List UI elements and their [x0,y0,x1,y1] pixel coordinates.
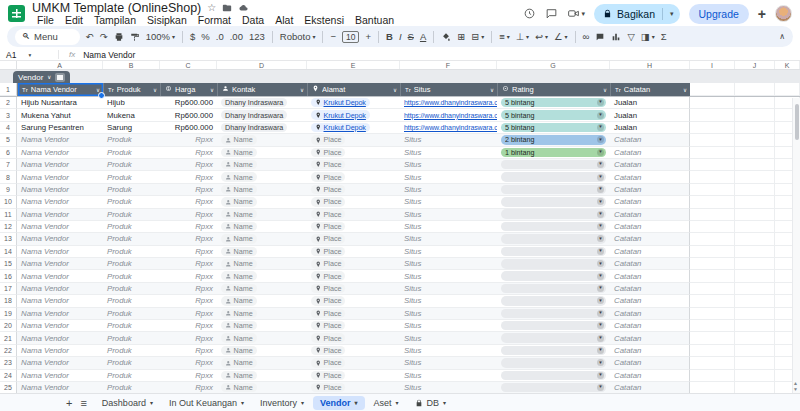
cell-harga[interactable]: Rpxx [160,308,217,320]
cell-alamat[interactable]: Place [307,159,400,171]
cell-catatan[interactable]: Catatan [610,258,690,270]
table-column-header-catatan[interactable]: TrCatatan∨ [610,83,690,96]
rating-dropdown[interactable]: ▼ [501,296,606,306]
empty-cell[interactable] [690,246,735,258]
cell-alamat[interactable]: Place [307,332,400,344]
cell-harga[interactable]: Rpxx [160,382,217,393]
scroll-arrows[interactable]: ▲▼ [792,380,800,392]
cell-catatan[interactable]: Catatan [610,246,690,258]
row-header[interactable]: 21 [0,332,17,344]
cell-situs[interactable]: Situs [400,246,497,258]
person-chip-placeholder[interactable]: Name [221,160,257,170]
cell-catatan[interactable]: Catatan [610,270,690,282]
empty-cell[interactable] [735,283,775,295]
empty-cell[interactable] [690,97,735,109]
cell-produk[interactable]: Produk [103,332,160,344]
column-header-J[interactable]: J [735,61,775,69]
dropdown-arrow-icon[interactable]: ▼ [597,223,604,230]
place-chip[interactable]: Krukut Depok [311,98,370,108]
print-button[interactable] [114,32,124,42]
cell-alamat[interactable]: Place [307,196,400,208]
empty-cell[interactable] [735,109,775,121]
website-link[interactable]: https://www.dhanyindraswara.com/ [404,124,497,131]
empty-cell[interactable] [735,83,775,96]
person-chip-placeholder[interactable]: Name [221,321,257,331]
person-chip-placeholder[interactable]: Name [221,358,257,368]
empty-cell[interactable] [690,171,735,183]
cell-produk[interactable]: Produk [103,233,160,245]
cell-alamat[interactable]: Place [307,221,400,233]
table-column-header-harga[interactable]: Harga∨ [160,83,217,96]
menu-tampilan[interactable]: Tampilan [89,14,141,26]
cell-rating[interactable]: ▼ [497,221,610,233]
cell-nama-vendor[interactable]: Nama Vendor [17,233,103,245]
column-dropdown-icon[interactable]: ∨ [300,87,304,93]
cell-alamat[interactable]: Krukut Depok [307,109,400,121]
fill-color-button[interactable] [441,32,451,42]
cell-rating[interactable]: ▼ [497,320,610,332]
place-chip-placeholder[interactable]: Place [311,259,345,269]
cell-kontak[interactable]: Name [217,283,307,295]
empty-cell[interactable] [735,270,775,282]
place-chip-placeholder[interactable]: Place [311,346,345,356]
dropdown-arrow-icon[interactable]: ▼ [597,335,604,342]
table-column-header-situs[interactable]: TrSitus∨ [400,83,497,96]
sheet-tab-vendor[interactable]: Vendor▾ [313,396,365,410]
functions-button[interactable]: Σ [661,32,667,42]
cell-catatan[interactable]: Jualan [610,122,690,134]
empty-cell[interactable] [690,370,735,382]
row-header[interactable]: 20 [0,320,17,332]
person-chip-placeholder[interactable]: Name [221,383,257,393]
cell-rating[interactable]: ▼ [497,209,610,221]
place-chip-placeholder[interactable]: Place [311,371,345,381]
decrease-font-size-button[interactable]: − [330,32,336,42]
cell-harga[interactable]: Rpxx [160,196,217,208]
cell-alamat[interactable]: Place [307,320,400,332]
sheet-tab-dashboard[interactable]: Dashboard▾ [95,396,160,410]
borders-button[interactable]: ⊞ [457,32,465,42]
cell-kontak[interactable]: Dhany Indraswara [217,109,307,121]
insert-comment-button[interactable] [595,32,605,42]
zoom-select[interactable]: 100%▾ [146,32,175,42]
cell-rating[interactable]: ▼ [497,357,610,369]
column-header-E[interactable]: E [307,61,400,69]
cell-alamat[interactable]: Place [307,283,400,295]
row-header[interactable]: 22 [0,345,17,357]
cell-situs[interactable]: https://www.dhanyindraswara.com/ [400,122,497,134]
person-chip[interactable]: Dhany Indraswara [221,98,287,108]
cell-catatan[interactable]: Catatan [610,345,690,357]
cell-kontak[interactable]: Name [217,370,307,382]
place-chip-placeholder[interactable]: Place [311,383,345,393]
person-chip[interactable]: Dhany Indraswara [221,110,287,120]
empty-cell[interactable] [735,246,775,258]
cell-catatan[interactable]: Jualan [610,97,690,109]
rating-dropdown[interactable]: ▼ [501,222,606,232]
name-box[interactable]: A1▾ [0,50,58,60]
decrease-decimal-button[interactable]: .0 [216,32,224,42]
cell-catatan[interactable]: Catatan [610,171,690,183]
cell-harga[interactable]: Rpxx [160,246,217,258]
table-name-chip[interactable]: Vendor ∨ [13,71,70,83]
cell-rating[interactable]: ▼ [497,308,610,320]
rating-dropdown[interactable]: ▼ [501,346,606,356]
empty-cell[interactable] [735,159,775,171]
cell-produk[interactable]: Produk [103,159,160,171]
cell-nama-vendor[interactable]: Nama Vendor [17,159,103,171]
row-header[interactable]: 5 [0,134,17,146]
empty-cell[interactable] [735,370,775,382]
empty-cell[interactable] [690,122,735,134]
cell-alamat[interactable]: Place [307,147,400,159]
cell-rating[interactable]: ▼ [497,159,610,171]
column-dropdown-icon[interactable]: ∨ [393,87,397,93]
person-chip-placeholder[interactable]: Name [221,247,257,257]
empty-cell[interactable] [690,320,735,332]
cell-nama-vendor[interactable]: Sarung Pesantren [17,122,103,134]
user-avatar[interactable] [775,5,792,22]
insert-chart-button[interactable] [611,32,621,42]
cell-rating[interactable]: ▼ [497,258,610,270]
place-chip-placeholder[interactable]: Place [311,160,345,170]
cell-rating[interactable]: 5 bintang▼ [497,97,610,109]
column-header-F[interactable]: F [400,61,497,69]
star-icon[interactable]: ☆ [207,3,216,13]
place-chip-placeholder[interactable]: Place [311,333,345,343]
